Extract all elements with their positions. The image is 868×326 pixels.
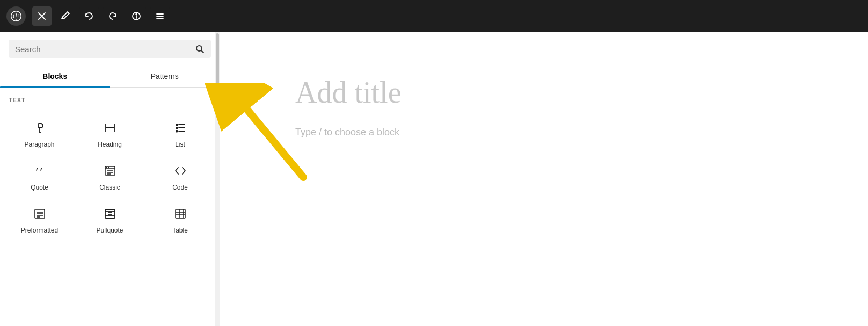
svg-rect-18 (106, 167, 107, 168)
redo-icon (108, 11, 118, 21)
table-icon (173, 206, 188, 221)
preformatted-label: Preformatted (21, 227, 58, 234)
edit-icon (61, 11, 70, 21)
code-icon (173, 163, 188, 178)
content-area[interactable]: Add title Type / to choose a block (220, 32, 868, 326)
svg-rect-33 (176, 209, 185, 218)
post-title-placeholder[interactable]: Add title (295, 75, 402, 110)
search-bar (9, 40, 211, 58)
paragraph-label: Paragraph (24, 141, 54, 148)
pullquote-label: Pullquote (96, 227, 123, 234)
scrollbar-thumb (216, 33, 219, 98)
tab-active-indicator (0, 86, 110, 88)
heading-icon (103, 120, 118, 135)
pullquote-icon (103, 206, 118, 221)
svg-rect-13 (176, 124, 178, 126)
list-label: List (175, 141, 185, 148)
edit-button[interactable] (56, 6, 75, 26)
list-icon (173, 120, 188, 135)
block-item-preformatted[interactable]: Preformatted (4, 198, 75, 241)
list-view-button[interactable] (150, 6, 170, 26)
search-button[interactable] (195, 44, 205, 54)
tabs: Blocks Patterns (0, 66, 220, 88)
classic-icon (103, 163, 118, 178)
block-item-heading[interactable]: Heading (75, 112, 145, 155)
tab-blocks[interactable]: Blocks (0, 66, 110, 87)
tab-patterns[interactable]: Patterns (110, 66, 220, 87)
search-icon (195, 44, 205, 54)
svg-rect-15 (176, 131, 178, 132)
block-item-paragraph[interactable]: Paragraph (4, 112, 75, 155)
heading-label: Heading (98, 141, 122, 148)
toolbar (0, 0, 868, 32)
undo-icon (84, 11, 94, 21)
main-layout: Blocks Patterns TEXT Paragraph (0, 32, 868, 326)
info-button[interactable] (127, 6, 146, 26)
info-icon (132, 11, 141, 21)
svg-point-2 (136, 13, 137, 15)
code-label: Code (172, 184, 188, 191)
quote-icon (32, 163, 47, 178)
block-item-list[interactable]: List (145, 112, 215, 155)
block-item-classic[interactable]: Classic (75, 155, 145, 198)
blocks-grid: Paragraph Heading (0, 107, 220, 245)
svg-rect-28 (105, 209, 115, 218)
block-item-code[interactable]: Code (145, 155, 215, 198)
sidebar: Blocks Patterns TEXT Paragraph (0, 32, 220, 326)
preformatted-icon (32, 206, 47, 221)
svg-rect-19 (108, 167, 109, 168)
sidebar-scrollbar[interactable] (215, 32, 220, 326)
block-type-placeholder: Type / to choose a block (295, 127, 399, 138)
paragraph-icon (32, 120, 47, 135)
block-item-table[interactable]: Table (145, 198, 215, 241)
wordpress-icon (10, 10, 23, 23)
wp-logo (6, 6, 26, 26)
table-label: Table (172, 227, 188, 234)
close-icon (38, 12, 46, 20)
block-item-quote[interactable]: Quote (4, 155, 75, 198)
quote-label: Quote (31, 184, 48, 191)
search-input[interactable] (15, 45, 191, 54)
redo-button[interactable] (103, 6, 122, 26)
svg-rect-14 (176, 127, 178, 129)
block-item-pullquote[interactable]: Pullquote (75, 198, 145, 241)
svg-line-7 (201, 50, 203, 53)
list-view-icon (155, 11, 165, 21)
classic-label: Classic (99, 184, 120, 191)
undo-button[interactable] (79, 6, 99, 26)
section-text-label: TEXT (0, 88, 220, 107)
close-button[interactable] (32, 6, 52, 26)
